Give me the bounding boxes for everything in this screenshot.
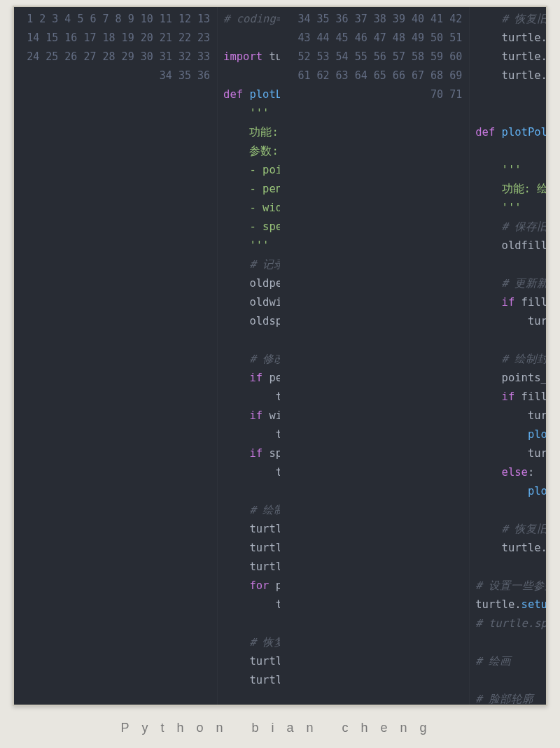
code-line: def plotLine(points, pencolo	[223, 85, 280, 104]
code-line: # 绘制折线	[223, 501, 280, 520]
code-line	[475, 633, 546, 652]
code-line: turtle.end_fill()	[475, 444, 546, 463]
gutter-right: 34 35 36 37 38 39 40 41 42 43 44 45 46 4…	[280, 7, 470, 705]
code-line: import turtle	[223, 48, 280, 66]
code-line: oldpencolor = turtle.pen	[223, 274, 280, 293]
code-line: if fillcolor is not None:	[475, 293, 546, 312]
code-line: def plotPoly(points, fill=False, pencolo…	[475, 123, 546, 142]
code-line	[223, 29, 280, 48]
code-line: '''	[223, 237, 280, 255]
footer-caption: Python bian cheng	[0, 721, 560, 735]
code-line: 功能: 画折线	[223, 123, 280, 142]
code-line: turtle.goto(point)	[223, 595, 280, 614]
code-line	[475, 85, 546, 104]
code-line: # 绘制封闭多边形	[475, 350, 546, 369]
code-line: # 更新新参数	[475, 274, 546, 293]
code-line	[475, 331, 546, 350]
code-line	[475, 255, 546, 274]
code-line: if pencolor is not None:	[223, 369, 280, 388]
split-editor: 1 2 3 4 5 6 7 8 9 10 11 12 13 14 15 16 1…	[14, 7, 546, 705]
code-line: # 恢复旧参数	[223, 633, 280, 652]
code-line: '''	[223, 104, 280, 123]
code-line: turtle.pencolor(oldpenco	[223, 652, 280, 671]
code-line: # 绘画	[475, 652, 546, 671]
gutter-left: 1 2 3 4 5 6 7 8 9 10 11 12 13 14 15 16 1…	[14, 7, 218, 705]
code-line	[223, 331, 280, 350]
code-line: plotLine(points_plotline, pencolor,	[475, 482, 546, 501]
left-pane: 1 2 3 4 5 6 7 8 9 10 11 12 13 14 15 16 1…	[14, 7, 280, 705]
code-line: turtle.fillcolor(oldfillcolor)	[475, 539, 546, 558]
code-line: else:	[475, 463, 546, 482]
code-left[interactable]: # coding=gbk import turtle def plotLine(…	[218, 7, 280, 705]
code-line: # 恢复旧参数	[475, 520, 546, 539]
code-line: - width : 画笔宽度，默认不	[223, 199, 280, 218]
code-line: oldfillcolor = turtle.fillcolor()	[475, 237, 546, 255]
right-pane: 34 35 36 37 38 39 40 41 42 43 44 45 46 4…	[280, 7, 546, 705]
code-line: width=None, speed=None):	[475, 142, 546, 161]
editor-frame: 1 2 3 4 5 6 7 8 9 10 11 12 13 14 15 16 1…	[13, 6, 547, 706]
code-line: oldspeed = turtle.speed(	[223, 312, 280, 331]
code-line: if fill:	[475, 388, 546, 407]
code-line: 功能: 绘制封闭多边形	[475, 180, 546, 199]
code-line: turtle.fillcolor(fillcolor)	[475, 312, 546, 331]
code-line	[475, 671, 546, 690]
code-line: turtle.width(oldwidth)	[223, 671, 280, 690]
code-line: # turtle.speed(100)	[475, 614, 546, 633]
code-line: - points : 一系列点，用列	[223, 161, 280, 180]
code-line: points_plotline = list(points) + [point	[475, 369, 546, 388]
code-line: turtle.setup(680, 680)	[475, 595, 546, 614]
code-line: # 修改新参数	[223, 350, 280, 369]
code-line: turtle.pencolor(penc	[223, 388, 280, 407]
code-line: - pencolor : 画笔颜色，默	[223, 180, 280, 199]
code-line: turtle.begin_fill()	[475, 407, 546, 425]
code-line: oldwidth = turtle.width(	[223, 293, 280, 312]
code-line: turtle.width(width)	[223, 425, 280, 444]
code-line: # 恢复旧参数	[475, 10, 546, 29]
code-line: # 脸部轮廓	[475, 690, 546, 705]
code-line	[475, 558, 546, 577]
code-line	[475, 501, 546, 520]
code-line: # 保存旧参数	[475, 218, 546, 237]
code-line: turtle.pencolor(oldpencolor)	[475, 29, 546, 48]
code-line: # coding=gbk	[223, 10, 280, 29]
code-line	[223, 482, 280, 501]
code-right[interactable]: # 恢复旧参数 turtle.pencolor(oldpencolor) tur…	[470, 7, 546, 705]
code-line: turtle.down()	[223, 558, 280, 577]
code-line	[475, 104, 546, 123]
code-line: turtle.speed(oldspeed)	[475, 66, 546, 85]
code-line: - speed : 绘制速度，默认不	[223, 218, 280, 237]
code-line: # 设置一些参数	[475, 577, 546, 595]
code-line: for point in points[1:]:	[223, 577, 280, 595]
code-line: turtle.speed(speed)	[223, 463, 280, 482]
code-line	[223, 614, 280, 633]
code-line: turtle.up()	[223, 520, 280, 539]
code-line: 参数:	[223, 142, 280, 161]
code-line: plotLine(points_plotline, pencolor,	[475, 425, 546, 444]
code-line: turtle.width(oldwidth)	[475, 48, 546, 66]
code-line: turtle.goto(points[0])	[223, 539, 280, 558]
code-line	[223, 66, 280, 85]
code-line: # 记录旧参数	[223, 255, 280, 274]
code-line: if width is not None:	[223, 407, 280, 425]
code-line: '''	[475, 199, 546, 218]
code-line: '''	[475, 161, 546, 180]
code-line: if speed is not None:	[223, 444, 280, 463]
